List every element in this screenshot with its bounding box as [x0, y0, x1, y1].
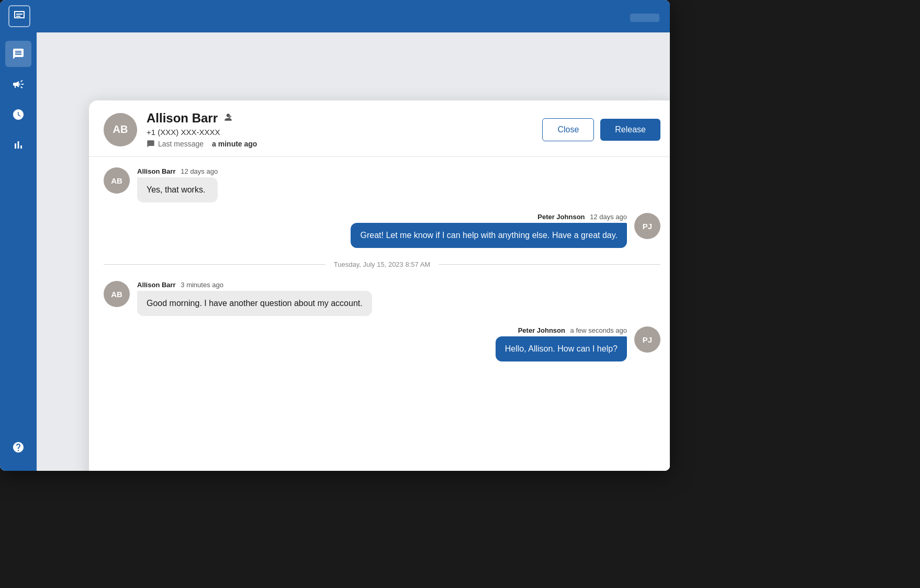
chat-card: AB Allison Barr +1 (XXX) XXX-XXXX: [89, 100, 670, 471]
chat-bubble-icon: [13, 10, 26, 22]
chart-icon: [12, 139, 25, 151]
contact-info: Allison Barr +1 (XXX) XXX-XXXX: [147, 111, 542, 148]
sidebar-item-help[interactable]: [5, 434, 31, 460]
message-meta: Peter Johnson 12 days ago: [537, 213, 627, 221]
message-avatar-pj2: PJ: [634, 326, 660, 353]
sidebar-item-analytics[interactable]: [5, 132, 31, 158]
title-bar: [0, 0, 670, 32]
message-bubble-wrapper: Peter Johnson 12 days ago Great! Let me …: [351, 213, 627, 248]
message-bubble: Great! Let me know if I can help with an…: [351, 223, 627, 248]
divider-line-right: [439, 264, 660, 265]
message-bubble-wrapper: Allison Barr 3 minutes ago Good morning.…: [137, 281, 372, 316]
message-icon: [147, 140, 155, 148]
message-meta: Allison Barr 3 minutes ago: [137, 281, 372, 289]
last-message-row: Last message a minute ago: [147, 140, 542, 148]
sidebar: [0, 32, 37, 471]
title-bar-actions: [630, 10, 659, 22]
message-bubble: Hello, Allison. How can I help?: [496, 336, 627, 361]
sidebar-item-chat[interactable]: [5, 41, 31, 67]
message-meta: Peter Johnson a few seconds ago: [518, 326, 627, 334]
sidebar-item-recent[interactable]: [5, 101, 31, 128]
app-icon: [8, 5, 30, 27]
message-group: AB Allison Barr 12 days ago Yes, that wo…: [104, 167, 660, 202]
title-bar-button[interactable]: [630, 14, 659, 22]
last-message-time: a minute ago: [212, 140, 257, 148]
help-icon: [12, 441, 25, 454]
message-group: PJ Peter Johnson 12 days ago Great! Let …: [104, 213, 660, 248]
sidebar-help[interactable]: [5, 434, 31, 460]
message-group: PJ Peter Johnson a few seconds ago Hello…: [104, 326, 660, 361]
message-avatar-ab2: AB: [104, 281, 130, 307]
divider-line-left: [104, 264, 326, 265]
release-button[interactable]: Release: [600, 119, 660, 141]
close-button[interactable]: Close: [542, 118, 594, 141]
app-window: AB Allison Barr +1 (XXX) XXX-XXXX: [0, 0, 670, 471]
message-bubble-wrapper: Allison Barr 12 days ago Yes, that works…: [137, 167, 218, 202]
header-actions: Close Release: [542, 118, 660, 141]
chat-icon: [12, 48, 25, 60]
contact-name-row: Allison Barr: [147, 111, 542, 126]
clock-icon: [12, 108, 25, 121]
main-content: AB Allison Barr +1 (XXX) XXX-XXXX: [37, 32, 670, 471]
sidebar-item-announcements[interactable]: [5, 71, 31, 97]
message-meta: Allison Barr 12 days ago: [137, 167, 218, 175]
message-group: AB Allison Barr 3 minutes ago Good morni…: [104, 281, 660, 316]
date-divider-text: Tuesday, July 15, 2023 8:57 AM: [334, 261, 430, 268]
contact-phone: +1 (XXX) XXX-XXXX: [147, 128, 542, 137]
chat-header: AB Allison Barr +1 (XXX) XXX-XXXX: [89, 100, 670, 157]
message-avatar-pj: PJ: [634, 213, 660, 239]
message-bubble: Yes, that works.: [137, 177, 218, 202]
megaphone-icon: [12, 78, 25, 91]
message-bubble-wrapper: Peter Johnson a few seconds ago Hello, A…: [496, 326, 627, 361]
contact-avatar: AB: [104, 113, 137, 146]
chat-messages[interactable]: AB Allison Barr 12 days ago Yes, that wo…: [89, 157, 670, 471]
contact-name: Allison Barr: [147, 111, 218, 126]
message-bubble: Good morning. I have another question ab…: [137, 291, 372, 316]
date-divider: Tuesday, July 15, 2023 8:57 AM: [104, 261, 660, 268]
edit-contact-icon[interactable]: [223, 112, 233, 125]
last-message-label: Last message: [158, 140, 204, 148]
message-avatar-ab: AB: [104, 167, 130, 194]
